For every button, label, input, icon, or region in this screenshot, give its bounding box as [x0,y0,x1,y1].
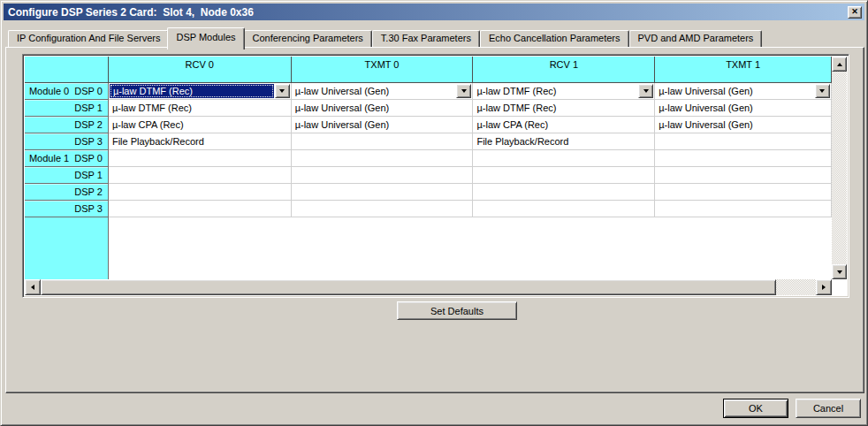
scrollbar-thumb[interactable] [41,279,776,295]
grid-cell[interactable] [473,167,655,184]
grid-cell[interactable] [109,201,292,217]
set-defaults-button[interactable]: Set Defaults [397,301,517,320]
tab-t-30-fax-parameters[interactable]: T.30 Fax Parameters [372,30,480,47]
close-icon: ✕ [851,8,858,16]
grid-cell[interactable] [473,184,655,201]
grid-cell[interactable]: File Playback/Record [109,133,292,150]
grid-cell[interactable]: µ-law CPA (Rec) [473,117,655,133]
dropdown-button[interactable] [815,84,830,98]
tab-conferencing-parameters[interactable]: Conferencing Parameters [244,30,372,47]
arrow-up-icon [837,60,842,66]
row-header[interactable]: DSP 3 [25,133,109,150]
dropdown-value: µ-law DTMF (Rec) [110,84,274,98]
tab-ip-configuration-and-file-servers[interactable]: IP Configuration And File Servers [8,30,169,47]
row-header[interactable]: DSP 1 [25,100,109,117]
grid-corner-cell [25,57,109,83]
scroll-up-button[interactable] [832,57,847,72]
scroll-down-button[interactable] [832,264,847,279]
grid-cell[interactable] [655,150,832,167]
vertical-scrollbar-track[interactable] [832,72,847,264]
column-header: RCV 0 [109,57,292,83]
grid-cell[interactable]: µ-law DTMF (Rec) [109,100,292,117]
tab-echo-cancellation-parameters[interactable]: Echo Cancellation Parameters [480,30,629,47]
table-row: DSP 3File Playback/RecordFile Playback/R… [25,133,832,150]
vertical-scrollbar[interactable] [832,57,847,279]
horizontal-scrollbar-track[interactable] [776,279,816,295]
cancel-button[interactable]: Cancel [796,399,861,418]
row-header[interactable]: DSP 3 [25,201,109,217]
dropdown-value: µ-law Universal (Gen) [292,83,456,99]
grid-cell[interactable] [292,201,474,217]
arrow-right-icon [822,285,828,290]
window-title: Configure DSP Series 2 Card: Slot 4, Nod… [8,6,254,19]
dropdown-arrow-icon [279,89,285,95]
grid-filler-row [25,217,832,279]
grid-cell[interactable] [473,150,655,167]
dropdown-value: µ-law Universal (Gen) [655,83,814,99]
grid-cell[interactable]: µ-law Universal (Gen) [292,83,474,100]
tab-strip: IP Configuration And File ServersDSP Mod… [8,27,762,47]
grid-cell[interactable] [655,184,832,201]
grid-cell[interactable]: µ-law Universal (Gen) [655,117,832,133]
dropdown-button[interactable] [456,84,471,98]
row-header-filler [25,217,109,279]
table-row: Module 1 DSP 0 [25,150,832,167]
tab-dsp-modules[interactable]: DSP Modules [167,27,244,49]
dropdown-button[interactable] [275,84,290,98]
dsp-grid: RCV 0TXMT 0RCV 1TXMT 1Module 0 DSP 0µ-la… [22,54,849,298]
grid-cell[interactable] [473,201,655,217]
dropdown-value: µ-law DTMF (Rec) [473,83,637,99]
row-header[interactable]: Module 0 DSP 0 [25,83,109,100]
row-header[interactable]: DSP 2 [25,184,109,201]
table-row: Module 0 DSP 0µ-law DTMF (Rec)µ-law Univ… [25,83,832,100]
grid-cell[interactable]: µ-law CPA (Rec) [109,117,292,133]
grid-cell[interactable] [109,184,292,201]
grid-cell[interactable] [655,167,832,184]
dropdown-button[interactable] [638,84,653,98]
close-button[interactable]: ✕ [848,6,862,19]
dialog-window: Configure DSP Series 2 Card: Slot 4, Nod… [0,0,868,426]
grid-cell[interactable]: µ-law DTMF (Rec) [109,83,292,100]
ok-button[interactable]: OK [723,399,788,418]
horizontal-scrollbar[interactable] [25,279,832,295]
grid-cell[interactable] [292,184,474,201]
tab-pvd-and-amd-parameters[interactable]: PVD and AMD Parameters [629,30,763,47]
grid-cell[interactable] [109,167,292,184]
table-row: DSP 1 [25,167,832,184]
dropdown-arrow-icon [643,89,649,95]
set-defaults-label: Set Defaults [430,306,483,316]
scroll-left-button[interactable] [25,279,41,295]
grid-cell[interactable]: µ-law DTMF (Rec) [473,100,655,117]
row-header[interactable]: DSP 1 [25,167,109,184]
grid-cell[interactable] [292,150,474,167]
arrow-down-icon [837,270,842,277]
grid-cell[interactable]: File Playback/Record [473,133,655,150]
column-header: TXMT 0 [292,57,474,83]
grid-cell[interactable] [292,133,474,150]
table-row: DSP 2 [25,184,832,201]
grid-cell[interactable]: µ-law Universal (Gen) [292,100,474,117]
table-row: DSP 2µ-law CPA (Rec)µ-law Universal (Gen… [25,117,832,133]
dropdown-arrow-icon [819,89,825,95]
grid-cell[interactable]: µ-law Universal (Gen) [655,100,832,117]
table-row: DSP 3 [25,201,832,217]
row-header[interactable]: Module 1 DSP 0 [25,150,109,167]
ok-label: OK [749,403,763,414]
cancel-label: Cancel [813,403,843,414]
dropdown-arrow-icon [461,89,467,95]
table-row: DSP 1µ-law DTMF (Rec)µ-law Universal (Ge… [25,100,832,117]
grid-cell[interactable] [292,167,474,184]
grid-cell[interactable] [655,133,832,150]
row-header[interactable]: DSP 2 [25,117,109,133]
title-bar[interactable]: Configure DSP Series 2 Card: Slot 4, Nod… [4,4,864,20]
column-header: RCV 1 [473,57,655,83]
scroll-right-button[interactable] [816,279,832,295]
grid-cell[interactable] [109,150,292,167]
grid-cell[interactable]: µ-law Universal (Gen) [655,83,832,100]
arrow-left-icon [28,285,34,290]
grid-cell[interactable]: µ-law DTMF (Rec) [473,83,655,100]
grid-cell[interactable]: µ-law Universal (Gen) [292,117,474,133]
grid-viewport: RCV 0TXMT 0RCV 1TXMT 1Module 0 DSP 0µ-la… [25,57,847,295]
grid-cell[interactable] [655,201,832,217]
column-header: TXMT 1 [655,57,832,83]
